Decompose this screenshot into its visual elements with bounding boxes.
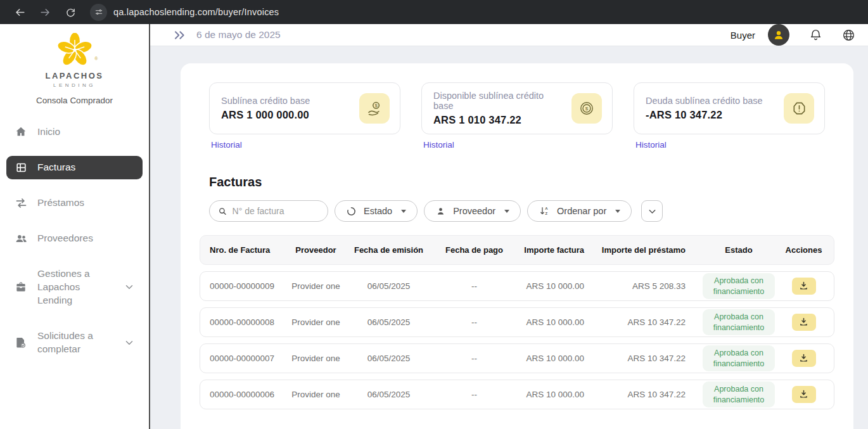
invoice-number: 00000-00000007	[210, 354, 286, 363]
status-badge: Aprobada con financiamiento	[703, 345, 775, 371]
invoice-search	[209, 200, 328, 222]
historial-link[interactable]: Historial	[423, 140, 454, 150]
card-label: Disponible sublínea crédito base	[433, 91, 565, 111]
ordenar-filter[interactable]: AZ Ordenar por	[527, 200, 632, 222]
user-avatar[interactable]	[768, 24, 789, 46]
sidebar-item-proveedores[interactable]: Proveedores	[6, 227, 143, 250]
sidebar-item-solicitudes[interactable]: Solicitudes a completar	[6, 324, 143, 361]
column-header: Estado	[694, 245, 783, 255]
reload-icon	[65, 7, 76, 18]
invoice-number: 00000-00000009	[210, 281, 286, 291]
search-input[interactable]	[233, 206, 319, 216]
brand-subtitle: LENDING	[53, 82, 96, 88]
swap-arrows-icon	[14, 196, 28, 210]
proveedor-filter[interactable]: Proveedor	[424, 200, 521, 222]
sidebar-item-label: Facturas	[37, 161, 75, 174]
caret-down-icon	[401, 210, 406, 213]
download-button[interactable]	[792, 386, 816, 403]
available-subline-card: Disponible sublínea crédito base ARS 1 0…	[421, 82, 613, 134]
historial-link[interactable]: Historial	[211, 140, 242, 150]
browser-toolbar: qa.lapachoslending.com/buyer/Invoices	[0, 0, 868, 24]
sidebar-expand-button[interactable]	[173, 29, 186, 42]
person-icon	[435, 206, 446, 217]
sidebar-item-facturas[interactable]: Facturas	[6, 156, 143, 179]
browser-reload-button[interactable]	[60, 3, 81, 22]
status-loader-icon	[346, 206, 357, 217]
loan-amount: ARS 10 347.22	[593, 317, 694, 327]
table-row[interactable]: 00000-00000009 Provider one 06/05/2025 -…	[200, 271, 834, 301]
coin-icon: $	[571, 93, 602, 124]
filter-label: Estado	[364, 206, 392, 216]
chevron-down-icon[interactable]	[124, 281, 135, 293]
sidebar-item-label: Proveedores	[37, 232, 93, 245]
browser-forward-button[interactable]	[34, 3, 56, 22]
person-icon	[772, 29, 785, 41]
table-row[interactable]: 00000-00000006 Provider one 06/05/2025 -…	[200, 380, 834, 409]
filter-bar: Estado Proveedor AZ Ordenar por	[209, 200, 825, 222]
column-header: Importe factura	[517, 245, 593, 255]
caret-down-icon	[615, 210, 620, 213]
download-icon	[798, 353, 809, 364]
sidebar-item-prestamos[interactable]: Préstamos	[6, 191, 143, 215]
payment-date: --	[431, 390, 517, 399]
sidebar-item-inicio[interactable]: Inicio	[6, 120, 143, 144]
user-role-label: Buyer	[731, 30, 755, 41]
card-label: Sublínea crédito base	[221, 96, 310, 106]
column-header: Proveedor	[286, 245, 346, 255]
loan-amount: ARS 5 208.33	[593, 281, 694, 291]
table-row[interactable]: 00000-00000007 Provider one 06/05/2025 -…	[200, 343, 834, 373]
chevron-down-icon[interactable]	[124, 337, 135, 349]
sidebar-item-gestiones[interactable]: Gestiones a Lapachos Lending	[6, 262, 143, 312]
address-bar[interactable]: qa.lapachoslending.com/buyer/Invoices	[113, 7, 279, 17]
provider: Provider one	[286, 317, 346, 327]
chevron-down-icon	[647, 206, 658, 217]
provider: Provider one	[286, 390, 346, 399]
document-check-icon	[14, 336, 28, 349]
language-button[interactable]	[842, 29, 855, 42]
invoice-number: 00000-00000006	[210, 390, 286, 399]
debt-subline-card: Deuda sublínea crédito base -ARS 10 347.…	[634, 82, 825, 134]
download-button[interactable]	[792, 314, 816, 331]
column-header: Acciones	[783, 245, 824, 255]
sidebar-item-label: Préstamos	[37, 196, 84, 210]
tune-icon	[94, 8, 103, 16]
historial-link[interactable]: Historial	[635, 140, 667, 150]
flower-logo-icon	[56, 33, 93, 67]
site-info-button[interactable]	[90, 4, 107, 21]
sidebar-item-label: Inicio	[37, 125, 60, 139]
expand-filters-button[interactable]	[641, 200, 663, 222]
forward-arrow-icon	[39, 6, 51, 18]
svg-text:$: $	[585, 106, 589, 112]
download-button[interactable]	[792, 278, 816, 295]
home-icon	[14, 125, 28, 138]
console-label: Consola Comprador	[36, 96, 113, 105]
sort-az-icon: AZ	[539, 205, 550, 217]
sidebar-nav: Inicio Facturas Préstamos Proveedores	[0, 120, 149, 361]
search-icon	[218, 206, 227, 217]
page-content: Sublínea crédito base ARS 1 000 000.00 $…	[150, 46, 868, 429]
issue-date: 06/05/2025	[346, 390, 431, 399]
back-arrow-icon	[14, 6, 26, 18]
brand-name: LAPACHOS	[46, 71, 104, 80]
caret-down-icon	[504, 210, 509, 213]
payment-date: --	[431, 317, 517, 327]
sidebar: ® LAPACHOS LENDING Consola Comprador Ini…	[0, 24, 150, 429]
status-badge: Aprobada con financiamiento	[703, 381, 775, 407]
provider: Provider one	[286, 281, 346, 291]
double-chevron-right-icon	[173, 29, 186, 42]
notifications-button[interactable]	[809, 29, 822, 42]
grid-icon	[14, 162, 28, 174]
registered-mark: ®	[94, 56, 98, 61]
table-row[interactable]: 00000-00000008 Provider one 06/05/2025 -…	[200, 307, 834, 337]
browser-back-button[interactable]	[9, 3, 30, 22]
download-button[interactable]	[792, 350, 816, 367]
loan-amount: ARS 10 347.22	[593, 354, 694, 363]
card-value: ARS 1 010 347.22	[433, 114, 565, 126]
card-label: Deuda sublínea crédito base	[646, 96, 763, 106]
download-icon	[798, 317, 809, 328]
brand-logo: ®	[56, 33, 93, 70]
issue-date: 06/05/2025	[346, 281, 431, 291]
issue-date: 06/05/2025	[346, 354, 431, 363]
estado-filter[interactable]: Estado	[335, 200, 418, 222]
invoice-amount: ARS 10 000.00	[517, 390, 593, 399]
